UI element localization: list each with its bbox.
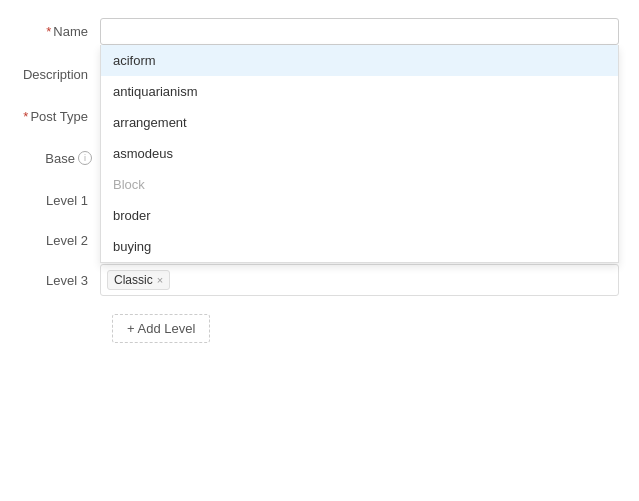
name-input[interactable] [100,18,619,45]
dropdown-item-broder[interactable]: broder [101,200,618,231]
name-field-wrapper: aciform antiquarianism arrangement asmod… [100,18,619,45]
dropdown-item-aciform[interactable]: aciform [101,45,618,76]
level3-tag-input[interactable]: Classic × [100,264,619,296]
dropdown-item-buying[interactable]: buying [101,231,618,262]
add-level-button[interactable]: + Add Level [112,314,210,343]
name-label: *Name [20,18,100,39]
form-container: *Name aciform antiquarianism arrangement… [0,0,639,363]
name-row: *Name aciform antiquarianism arrangement… [0,10,639,53]
level2-label: Level 2 [20,233,100,248]
level3-row: Level 3 Classic × [0,264,639,296]
dropdown-item-asmodeus[interactable]: asmodeus [101,138,618,169]
base-info-icon[interactable]: i [78,151,92,165]
name-required: * [46,24,51,39]
level1-label: Level 1 [20,193,100,208]
dropdown-item-block: Block [101,169,618,200]
level3-tag-classic-remove[interactable]: × [157,275,163,286]
description-label: Description [20,61,100,82]
level3-label: Level 3 [20,273,100,288]
dropdown-item-antiquarianism[interactable]: antiquarianism [101,76,618,107]
post-type-label: *Post Type [20,109,100,124]
base-label: Base i [20,151,100,166]
dropdown-item-arrangement[interactable]: arrangement [101,107,618,138]
level3-tag-classic: Classic × [107,270,170,290]
add-level-wrapper: + Add Level [0,304,639,353]
autocomplete-dropdown: aciform antiquarianism arrangement asmod… [100,45,619,263]
